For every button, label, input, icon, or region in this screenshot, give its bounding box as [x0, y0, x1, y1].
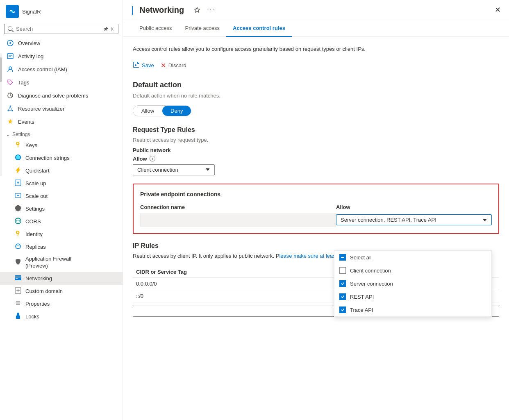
scrollbar-track[interactable] [0, 53, 2, 176]
save-icon [133, 61, 139, 69]
sidebar-item-replicas[interactable]: Replicas [0, 241, 123, 253]
activity-log-label: Activity log [18, 53, 43, 59]
pin-icon[interactable] [103, 27, 108, 32]
deny-option[interactable]: Deny [162, 106, 191, 116]
allow-option[interactable]: Allow [133, 106, 162, 116]
settings-section[interactable]: ⌄ Settings [0, 128, 123, 139]
replicas-icon [15, 243, 21, 251]
sidebar-item-networking[interactable]: Networking [0, 272, 123, 285]
sidebar: SignalR Overview Activity log [0, 0, 123, 420]
keys-icon [15, 141, 21, 149]
sidebar-item-resource-visualizer[interactable]: Resource visualizer [0, 102, 123, 115]
sidebar-item-keys[interactable]: Keys [0, 139, 123, 152]
page-title-container: | Networking [131, 4, 184, 16]
discard-button[interactable]: ✕ Discard [161, 60, 186, 71]
sidebar-item-scale-up[interactable]: Scale up [0, 177, 123, 190]
svg-point-10 [10, 106, 11, 107]
svg-line-14 [10, 107, 12, 110]
trace-api-checkbox[interactable] [339, 306, 346, 313]
col-cidr: CIDR or Service Tag [133, 266, 350, 278]
pe-dropdown-chevron [482, 218, 487, 222]
sidebar-item-events[interactable]: Events [0, 115, 123, 128]
collapse-icon[interactable] [110, 27, 115, 32]
sidebar-item-tags[interactable]: Tags [0, 76, 123, 89]
svg-marker-24 [195, 7, 200, 12]
top-bar: | Networking ··· ✕ [123, 0, 509, 20]
private-endpoint-section: Private endpoint connections Connection … [133, 184, 499, 234]
rest-api-item[interactable]: REST API [334, 290, 491, 303]
svg-point-3 [9, 42, 11, 44]
events-icon [7, 118, 14, 125]
overview-icon [7, 39, 14, 47]
tab-public-access[interactable]: Public access [133, 20, 178, 37]
activity-log-icon [7, 52, 14, 60]
tab-access-control-rules[interactable]: Access control rules [226, 20, 292, 37]
server-connection-checkbox[interactable] [339, 280, 346, 287]
sidebar-item-overview[interactable]: Overview [0, 36, 123, 50]
overview-label: Overview [18, 40, 40, 46]
scrollbar-thumb[interactable] [0, 57, 2, 82]
locks-icon [15, 313, 21, 320]
tab-private-access[interactable]: Private access [178, 20, 226, 37]
sidebar-item-identity[interactable]: Identity [0, 228, 123, 241]
app-firewall-icon [15, 259, 21, 266]
locks-label: Locks [25, 313, 39, 320]
connection-strings-label: Connection strings [25, 155, 70, 161]
sidebar-item-scale-out[interactable]: Scale out [0, 190, 123, 202]
info-icon[interactable]: i [150, 156, 155, 161]
sidebar-item-quickstart[interactable]: Quickstart [0, 164, 123, 177]
select-all-item[interactable]: Select all [334, 251, 491, 264]
svg-point-8 [9, 81, 9, 82]
scale-up-label: Scale up [25, 180, 46, 186]
public-network-dropdown[interactable]: Client connection [133, 164, 215, 175]
pe-table-row: Server connection, REST API, Trace API S… [140, 213, 492, 227]
chevron-down-icon: ⌄ [6, 132, 10, 137]
resource-visualizer-icon [7, 105, 14, 112]
allow-info-label: Allow i [133, 156, 499, 162]
col-connection-name: Connection name [140, 204, 336, 210]
properties-icon [15, 300, 21, 308]
search-box[interactable] [4, 24, 118, 34]
connection-strings-icon [15, 154, 21, 162]
search-input[interactable] [16, 26, 101, 32]
sidebar-item-cors[interactable]: CORS [0, 215, 123, 228]
pe-allow-dropdown[interactable]: Server connection, REST API, Trace API [336, 214, 492, 225]
allow-deny-toggle: Allow Deny [133, 105, 191, 116]
sidebar-item-settings[interactable]: Settings [0, 202, 123, 215]
ip-cidr-cell-2: ::/0 [133, 290, 350, 302]
sidebar-item-properties[interactable]: Properties [0, 297, 123, 310]
private-endpoint-title: Private endpoint connections [140, 191, 492, 198]
scale-out-label: Scale out [25, 193, 48, 199]
server-connection-item[interactable]: Server connection [334, 277, 491, 290]
sidebar-item-locks[interactable]: Locks [0, 310, 123, 323]
public-network-label: Public network [133, 147, 499, 153]
client-connection-checkbox[interactable] [339, 267, 346, 274]
col-allow: Allow [336, 204, 492, 210]
more-button[interactable]: ··· [205, 5, 216, 15]
pipe-divider: | [131, 4, 134, 16]
custom-domain-label: Custom domain [25, 288, 63, 294]
trace-api-item[interactable]: Trace API [334, 303, 491, 316]
sidebar-item-activity-log[interactable]: Activity log [0, 50, 123, 63]
events-label: Events [18, 119, 34, 125]
client-connection-item[interactable]: Client connection [334, 264, 491, 277]
access-control-icon [7, 66, 14, 73]
favorite-button[interactable] [192, 5, 202, 15]
svg-point-12 [12, 110, 13, 111]
save-button[interactable]: Save [133, 60, 154, 71]
close-button[interactable]: ✕ [495, 5, 501, 14]
svg-rect-4 [7, 54, 13, 59]
sidebar-item-custom-domain[interactable]: Custom domain [0, 285, 123, 297]
pe-dropdown-popup: Select all Client connection [334, 250, 492, 317]
rest-api-checkbox[interactable] [339, 293, 346, 300]
default-action-title: Default action [133, 81, 499, 89]
sidebar-item-app-firewall[interactable]: Application Firewall(Preview) [0, 253, 123, 272]
discard-icon: ✕ [161, 61, 166, 69]
diagnose-icon [7, 92, 14, 99]
sidebar-item-access-control[interactable]: Access control (IAM) [0, 63, 123, 76]
search-icon [8, 26, 14, 32]
select-all-checkbox[interactable] [339, 254, 346, 261]
default-action-subtitle: Default action when no rule matches. [133, 93, 499, 99]
sidebar-item-connection-strings[interactable]: Connection strings [0, 152, 123, 164]
sidebar-item-diagnose[interactable]: Diagnose and solve problems [0, 89, 123, 102]
